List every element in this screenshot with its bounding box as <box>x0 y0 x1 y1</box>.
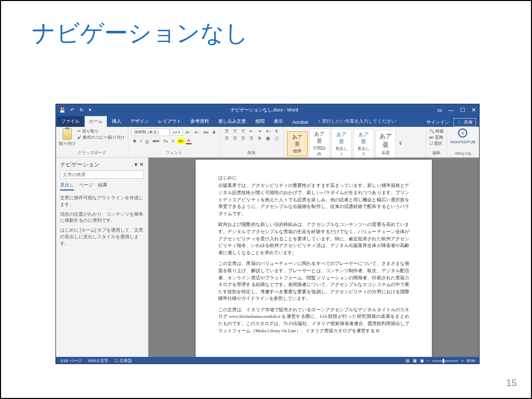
zoom-level[interactable]: 81% <box>467 358 475 363</box>
tab-insert[interactable]: 挿入 <box>108 116 125 127</box>
close-icon[interactable]: ✕ <box>471 107 476 113</box>
status-page[interactable]: 1/18 ページ <box>60 358 82 364</box>
style-nospacing[interactable]: あア亜行間詰め <box>309 128 330 159</box>
increase-indent-icon[interactable]: ⇥ <box>256 128 263 134</box>
tab-file[interactable]: ファイル <box>57 116 84 127</box>
grow-font-icon[interactable]: A↑ <box>184 129 192 135</box>
clear-format-icon[interactable]: A̷ <box>211 129 217 135</box>
styles-more-icon[interactable]: ⊽ <box>397 141 404 146</box>
replace-button[interactable]: ab 置換 <box>429 135 443 140</box>
justify-icon[interactable]: ☰ <box>248 136 255 141</box>
wordtoepub-button[interactable]: e WordToEPUB <box>450 128 476 150</box>
tab-home[interactable]: ホーム <box>85 116 107 127</box>
ribbon-tab-row: ファイル ホーム 挿入 デザイン レイアウト 参考資料 差し込み文書 校閲 表示… <box>56 116 479 127</box>
group-label: クリップボード <box>59 150 125 156</box>
find-button[interactable]: 🔍 検索 <box>429 128 444 134</box>
zoom-out-icon[interactable]: − <box>427 358 430 363</box>
group-label: 編集 <box>429 150 444 156</box>
group-editing: 🔍 検索 ab 置換 ☐ 選択 編集 <box>426 127 447 157</box>
zoom-in-icon[interactable]: + <box>461 358 464 363</box>
person-icon: 👤 <box>457 120 462 125</box>
tab-references[interactable]: 参考資料 <box>186 116 213 127</box>
shading-icon[interactable]: ▦ <box>264 136 272 141</box>
group-clipboard: 貼り付け ✂ 切り取り 🖌 書式のコピー/貼り付け クリップボード <box>56 127 128 157</box>
borders-icon[interactable]: ▢ <box>273 136 280 141</box>
minimize-icon[interactable]: — <box>448 107 454 113</box>
wordtoepub-icon: e <box>458 128 467 138</box>
nav-pane-title: ナビゲーション <box>60 161 100 168</box>
tab-acrobat[interactable]: Acrobat <box>288 118 312 127</box>
tab-layout[interactable]: レイアウト <box>154 116 185 127</box>
ribbon-options-icon[interactable]: ▭ <box>437 107 442 113</box>
group-font: 游明朝 (本文) 10.5 A↑ A↓ Aa A̷ B I U abc X₂ A <box>128 127 220 157</box>
highlight-icon[interactable]: ab <box>177 138 185 144</box>
group-paragraph: ☰ ☷ ☶ ⇤ ⇥ A↓ ¶ ☰ ☰ ☰ ☰ ⇅ ▦ <box>220 127 284 157</box>
document-page[interactable]: はじめに 出版業界では、アクセシビリティの重要性がますます高まっています。新しい… <box>196 160 432 357</box>
show-marks-icon[interactable]: ¶ <box>274 128 279 134</box>
line-spacing-icon[interactable]: ⇅ <box>256 136 263 141</box>
status-words[interactable]: 16513 文字 <box>88 358 108 364</box>
style-title[interactable]: あア亜表題 <box>375 130 396 158</box>
navigation-pane: ナビゲーション ▾ ✕ 見出し ページ 結果 文書に操作可能なアウトラインを作成… <box>56 158 148 357</box>
paste-button[interactable]: 貼り付け <box>59 128 75 146</box>
subscript-button[interactable]: X₂ <box>162 138 169 144</box>
status-bar: 1/18 ページ 16513 文字 ☐ 日本語 ▤ ▦ ▣ − + 81% <box>56 357 479 364</box>
share-button[interactable]: 👤 共有 <box>453 118 476 127</box>
style-heading2[interactable]: あア亜見出し 2 <box>353 129 374 158</box>
sort-icon[interactable]: A↓ <box>264 128 272 134</box>
bold-button[interactable]: B <box>131 138 138 144</box>
align-right-icon[interactable]: ☰ <box>240 136 246 141</box>
signin-link[interactable]: サインイン <box>426 119 449 126</box>
redo-icon[interactable]: ↻ <box>80 107 84 112</box>
align-left-icon[interactable]: ☰ <box>223 136 230 141</box>
view-web-icon[interactable]: ▣ <box>420 358 424 363</box>
style-normal[interactable]: あア亜標準 <box>287 131 308 156</box>
nav-body: 文書に操作可能なアウトラインを作成します。 現在の位置がわかり、コンテンツを簡単… <box>60 195 144 246</box>
document-surface[interactable]: はじめに 出版業界では、アクセシビリティの重要性がますます高まっています。新しい… <box>148 158 479 357</box>
undo-icon[interactable]: ↶ <box>70 107 74 112</box>
style-heading1[interactable]: あア亜見出し 1 <box>331 129 352 158</box>
font-color-icon[interactable]: A <box>186 138 192 144</box>
nav-dropdown-icon[interactable]: ▾ ✕ <box>135 161 144 168</box>
text-effects-icon[interactable]: A <box>170 138 176 144</box>
nav-tab-results[interactable]: 結果 <box>98 182 107 191</box>
cut-button[interactable]: ✂ 切り取り <box>78 128 125 134</box>
view-read-icon[interactable]: ▤ <box>406 358 410 363</box>
align-center-icon[interactable]: ☰ <box>232 136 238 141</box>
multilevel-icon[interactable]: ☶ <box>240 128 246 134</box>
doc-heading: はじめに <box>218 174 409 181</box>
font-size-select[interactable]: 10.5 <box>170 129 183 136</box>
tab-view[interactable]: 表示 <box>270 116 287 127</box>
change-case-icon[interactable]: Aa <box>202 129 210 135</box>
tab-mailings[interactable]: 差し込み文書 <box>214 116 250 127</box>
strike-button[interactable]: abc <box>151 138 161 144</box>
group-addin: e WordToEPUB daisy.org <box>447 127 479 157</box>
maximize-icon[interactable]: ☐ <box>460 107 465 113</box>
numbering-icon[interactable]: ☷ <box>232 128 238 134</box>
nav-tab-headings[interactable]: 見出し <box>60 182 74 191</box>
window-title: ナビゲーションなし.docx - Word <box>91 107 437 113</box>
zoom-slider[interactable] <box>432 360 458 362</box>
nav-tab-pages[interactable]: ページ <box>79 182 93 191</box>
shrink-font-icon[interactable]: A↓ <box>193 129 201 135</box>
word-window: 💾 ↶ ↻ ▾ ナビゲーションなし.docx - Word ▭ — ☐ ✕ ファ… <box>55 104 480 364</box>
word-titlebar: 💾 ↶ ↻ ▾ ナビゲーションなし.docx - Word ▭ — ☐ ✕ <box>56 104 479 116</box>
underline-button[interactable]: U <box>144 138 150 144</box>
group-styles: あア亜標準 あア亜行間詰め あア亜見出し 1 あア亜見出し 2 あア亜表題 ⊽ … <box>284 127 426 157</box>
doc-paragraph: この文書は、イタリア市場で販売されているボーンアクセシブルなデジタルタイトルのカ… <box>218 307 409 334</box>
format-painter-button[interactable]: 🖌 書式のコピー/貼り付け <box>78 135 125 140</box>
save-icon[interactable]: 💾 <box>59 107 65 113</box>
view-print-icon[interactable]: ▦ <box>413 358 417 363</box>
select-button[interactable]: ☐ 選択 <box>429 141 442 146</box>
tab-design[interactable]: デザイン <box>126 116 153 127</box>
doc-paragraph: この文書は、書籍のバリューチェーンに関わるすべてのプレーヤーについて、さまざまな… <box>218 260 409 302</box>
italic-button[interactable]: I <box>139 138 143 144</box>
bullets-icon[interactable]: ☰ <box>223 128 230 134</box>
tab-review[interactable]: 校閲 <box>251 116 269 127</box>
group-label: 段落 <box>223 150 280 156</box>
tell-me[interactable]: ♀ 実行したい作業を入力してください <box>313 116 400 127</box>
nav-search-input[interactable] <box>60 170 144 179</box>
decrease-indent-icon[interactable]: ⇤ <box>248 128 255 134</box>
font-name-select[interactable]: 游明朝 (本文) <box>131 128 169 136</box>
status-lang[interactable]: ☐ 日本語 <box>115 358 131 364</box>
